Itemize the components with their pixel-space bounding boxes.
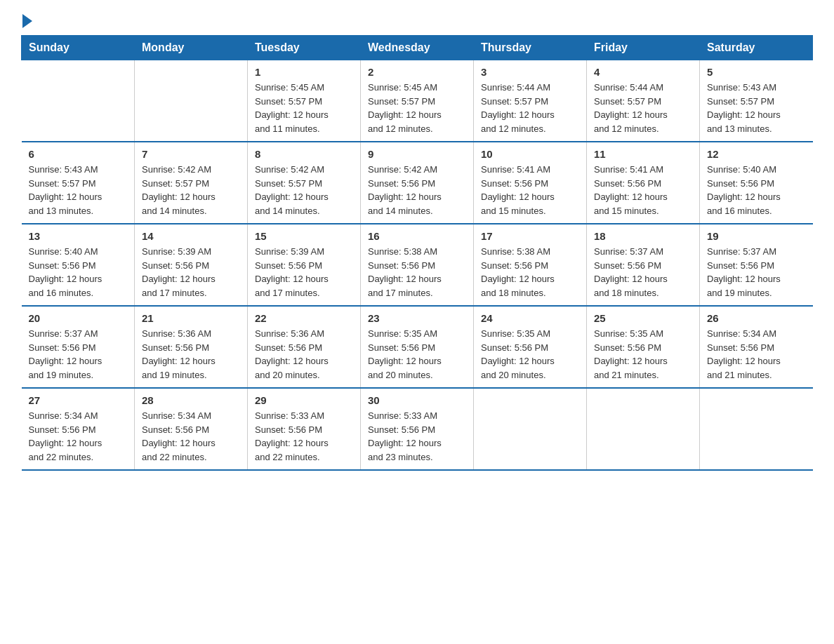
day-number: 25 [594,312,692,324]
day-number: 1 [255,66,353,78]
calendar-day-cell: 28Sunrise: 5:34 AM Sunset: 5:56 PM Dayli… [135,388,248,470]
day-number: 29 [255,394,353,406]
calendar-week-row: 20Sunrise: 5:37 AM Sunset: 5:56 PM Dayli… [22,306,813,388]
day-number: 28 [142,394,240,406]
day-number: 13 [29,230,128,242]
header [21,14,813,28]
weekday-header-sunday: Sunday [22,36,135,60]
weekday-header-tuesday: Tuesday [248,36,361,60]
logo [21,14,34,28]
day-info: Sunrise: 5:42 AM Sunset: 5:57 PM Dayligh… [255,163,353,217]
calendar-day-cell: 23Sunrise: 5:35 AM Sunset: 5:56 PM Dayli… [361,306,474,388]
calendar-day-cell: 3Sunrise: 5:44 AM Sunset: 5:57 PM Daylig… [474,60,587,142]
calendar-day-cell: 1Sunrise: 5:45 AM Sunset: 5:57 PM Daylig… [248,60,361,142]
day-number: 20 [29,312,128,324]
calendar-day-cell [22,60,135,142]
day-info: Sunrise: 5:34 AM Sunset: 5:56 PM Dayligh… [707,327,806,382]
calendar-header: SundayMondayTuesdayWednesdayThursdayFrid… [22,36,813,60]
calendar-day-cell: 14Sunrise: 5:39 AM Sunset: 5:56 PM Dayli… [135,224,248,306]
day-info: Sunrise: 5:41 AM Sunset: 5:56 PM Dayligh… [481,163,579,217]
calendar-day-cell: 7Sunrise: 5:42 AM Sunset: 5:57 PM Daylig… [135,142,248,224]
day-number: 18 [594,230,692,242]
calendar-day-cell: 26Sunrise: 5:34 AM Sunset: 5:56 PM Dayli… [700,306,813,388]
calendar-day-cell: 24Sunrise: 5:35 AM Sunset: 5:56 PM Dayli… [474,306,587,388]
day-info: Sunrise: 5:44 AM Sunset: 5:57 PM Dayligh… [594,81,692,135]
calendar-table: SundayMondayTuesdayWednesdayThursdayFrid… [21,35,813,471]
day-number: 11 [594,148,692,160]
day-info: Sunrise: 5:35 AM Sunset: 5:56 PM Dayligh… [368,327,466,382]
day-number: 17 [481,230,579,242]
day-info: Sunrise: 5:36 AM Sunset: 5:56 PM Dayligh… [142,327,240,382]
day-number: 3 [481,66,579,78]
logo-flag-icon [22,14,32,28]
day-number: 5 [707,66,806,78]
day-info: Sunrise: 5:44 AM Sunset: 5:57 PM Dayligh… [481,81,579,135]
day-number: 27 [29,394,128,406]
day-info: Sunrise: 5:37 AM Sunset: 5:56 PM Dayligh… [594,245,692,300]
weekday-header-wednesday: Wednesday [361,36,474,60]
day-number: 8 [255,148,353,160]
day-number: 22 [255,312,353,324]
calendar-week-row: 27Sunrise: 5:34 AM Sunset: 5:56 PM Dayli… [22,388,813,470]
day-info: Sunrise: 5:38 AM Sunset: 5:56 PM Dayligh… [368,245,466,300]
calendar-day-cell: 25Sunrise: 5:35 AM Sunset: 5:56 PM Dayli… [587,306,700,388]
day-number: 7 [142,148,240,160]
calendar-week-row: 1Sunrise: 5:45 AM Sunset: 5:57 PM Daylig… [22,60,813,142]
calendar-day-cell: 30Sunrise: 5:33 AM Sunset: 5:56 PM Dayli… [361,388,474,470]
calendar-day-cell: 6Sunrise: 5:43 AM Sunset: 5:57 PM Daylig… [22,142,135,224]
day-info: Sunrise: 5:37 AM Sunset: 5:56 PM Dayligh… [707,245,806,300]
calendar-day-cell [587,388,700,470]
calendar-day-cell: 10Sunrise: 5:41 AM Sunset: 5:56 PM Dayli… [474,142,587,224]
day-info: Sunrise: 5:37 AM Sunset: 5:56 PM Dayligh… [29,327,128,382]
day-number: 15 [255,230,353,242]
day-number: 16 [368,230,466,242]
day-info: Sunrise: 5:40 AM Sunset: 5:56 PM Dayligh… [29,245,128,300]
calendar-day-cell: 20Sunrise: 5:37 AM Sunset: 5:56 PM Dayli… [22,306,135,388]
weekday-header-friday: Friday [587,36,700,60]
calendar-day-cell: 18Sunrise: 5:37 AM Sunset: 5:56 PM Dayli… [587,224,700,306]
calendar-day-cell: 29Sunrise: 5:33 AM Sunset: 5:56 PM Dayli… [248,388,361,470]
day-info: Sunrise: 5:35 AM Sunset: 5:56 PM Dayligh… [594,327,692,382]
day-number: 14 [142,230,240,242]
day-info: Sunrise: 5:34 AM Sunset: 5:56 PM Dayligh… [142,409,240,464]
day-info: Sunrise: 5:35 AM Sunset: 5:56 PM Dayligh… [481,327,579,382]
calendar-day-cell: 17Sunrise: 5:38 AM Sunset: 5:56 PM Dayli… [474,224,587,306]
day-number: 4 [594,66,692,78]
day-number: 12 [707,148,806,160]
day-number: 6 [29,148,128,160]
calendar-day-cell: 21Sunrise: 5:36 AM Sunset: 5:56 PM Dayli… [135,306,248,388]
calendar-body: 1Sunrise: 5:45 AM Sunset: 5:57 PM Daylig… [22,60,813,471]
day-info: Sunrise: 5:33 AM Sunset: 5:56 PM Dayligh… [368,409,466,464]
calendar-day-cell: 9Sunrise: 5:42 AM Sunset: 5:56 PM Daylig… [361,142,474,224]
calendar-day-cell: 13Sunrise: 5:40 AM Sunset: 5:56 PM Dayli… [22,224,135,306]
calendar-day-cell: 11Sunrise: 5:41 AM Sunset: 5:56 PM Dayli… [587,142,700,224]
day-number: 21 [142,312,240,324]
day-info: Sunrise: 5:42 AM Sunset: 5:57 PM Dayligh… [142,163,240,217]
calendar-day-cell: 4Sunrise: 5:44 AM Sunset: 5:57 PM Daylig… [587,60,700,142]
weekday-header-saturday: Saturday [700,36,813,60]
day-info: Sunrise: 5:40 AM Sunset: 5:56 PM Dayligh… [707,163,806,217]
day-number: 24 [481,312,579,324]
day-number: 30 [368,394,466,406]
day-info: Sunrise: 5:42 AM Sunset: 5:56 PM Dayligh… [368,163,466,217]
calendar-day-cell: 5Sunrise: 5:43 AM Sunset: 5:57 PM Daylig… [700,60,813,142]
day-info: Sunrise: 5:41 AM Sunset: 5:56 PM Dayligh… [594,163,692,217]
day-info: Sunrise: 5:33 AM Sunset: 5:56 PM Dayligh… [255,409,353,464]
day-info: Sunrise: 5:39 AM Sunset: 5:56 PM Dayligh… [142,245,240,300]
weekday-header-monday: Monday [135,36,248,60]
calendar-day-cell: 2Sunrise: 5:45 AM Sunset: 5:57 PM Daylig… [361,60,474,142]
day-info: Sunrise: 5:45 AM Sunset: 5:57 PM Dayligh… [368,81,466,135]
logo-area [21,14,34,28]
calendar-week-row: 13Sunrise: 5:40 AM Sunset: 5:56 PM Dayli… [22,224,813,306]
day-info: Sunrise: 5:45 AM Sunset: 5:57 PM Dayligh… [255,81,353,135]
calendar-day-cell: 22Sunrise: 5:36 AM Sunset: 5:56 PM Dayli… [248,306,361,388]
calendar-day-cell [474,388,587,470]
day-number: 9 [368,148,466,160]
calendar-day-cell: 19Sunrise: 5:37 AM Sunset: 5:56 PM Dayli… [700,224,813,306]
weekday-header-row: SundayMondayTuesdayWednesdayThursdayFrid… [22,36,813,60]
calendar-day-cell: 15Sunrise: 5:39 AM Sunset: 5:56 PM Dayli… [248,224,361,306]
calendar-day-cell [700,388,813,470]
day-number: 10 [481,148,579,160]
day-number: 23 [368,312,466,324]
weekday-header-thursday: Thursday [474,36,587,60]
